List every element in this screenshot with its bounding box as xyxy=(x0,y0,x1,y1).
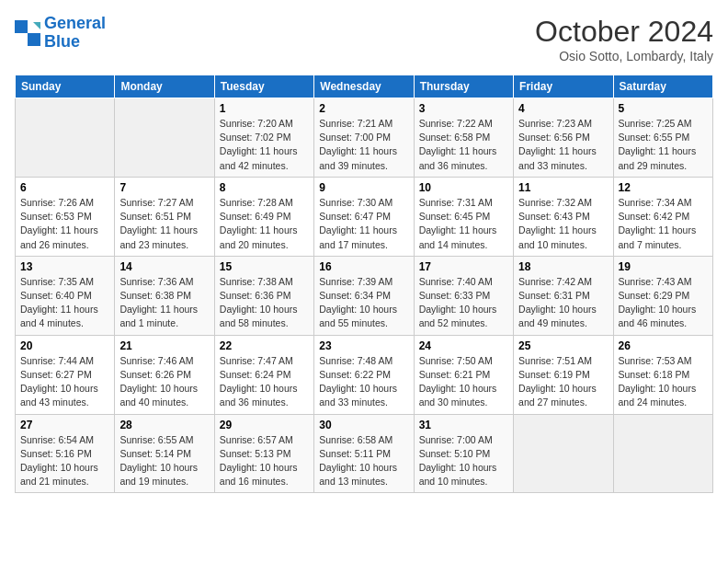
day-number: 24 xyxy=(419,339,508,352)
day-detail: Sunrise: 7:26 AM Sunset: 6:53 PM Dayligh… xyxy=(20,196,109,252)
day-number: 11 xyxy=(518,181,608,194)
day-number: 6 xyxy=(20,181,109,194)
logo-general: General xyxy=(44,14,106,32)
day-number: 3 xyxy=(419,102,508,115)
day-number: 22 xyxy=(220,339,309,352)
calendar-cell xyxy=(115,98,214,178)
day-number: 18 xyxy=(518,260,608,273)
calendar-cell: 31Sunrise: 7:00 AM Sunset: 5:10 PM Dayli… xyxy=(414,414,513,493)
calendar-cell: 23Sunrise: 7:48 AM Sunset: 6:22 PM Dayli… xyxy=(314,335,414,414)
calendar-cell: 29Sunrise: 6:57 AM Sunset: 5:13 PM Dayli… xyxy=(214,414,313,493)
logo-text: General Blue xyxy=(44,15,106,52)
calendar-cell: 9Sunrise: 7:30 AM Sunset: 6:47 PM Daylig… xyxy=(314,177,414,256)
calendar-week-1: 1Sunrise: 7:20 AM Sunset: 7:02 PM Daylig… xyxy=(16,98,713,178)
day-detail: Sunrise: 7:50 AM Sunset: 6:21 PM Dayligh… xyxy=(419,354,508,410)
calendar-cell: 15Sunrise: 7:38 AM Sunset: 6:36 PM Dayli… xyxy=(214,256,313,335)
calendar-week-4: 20Sunrise: 7:44 AM Sunset: 6:27 PM Dayli… xyxy=(16,335,713,414)
calendar-cell: 2Sunrise: 7:21 AM Sunset: 7:00 PM Daylig… xyxy=(314,98,414,178)
title-block: October 2024 Osio Sotto, Lombardy, Italy xyxy=(535,15,713,63)
location-subtitle: Osio Sotto, Lombardy, Italy xyxy=(535,49,713,63)
calendar-cell: 24Sunrise: 7:50 AM Sunset: 6:21 PM Dayli… xyxy=(414,335,513,414)
day-detail: Sunrise: 7:36 AM Sunset: 6:38 PM Dayligh… xyxy=(119,275,209,331)
day-detail: Sunrise: 7:34 AM Sunset: 6:42 PM Dayligh… xyxy=(619,196,708,252)
calendar-header-row: Sunday Monday Tuesday Wednesday Thursday… xyxy=(16,75,713,98)
calendar-week-5: 27Sunrise: 6:54 AM Sunset: 5:16 PM Dayli… xyxy=(16,414,713,493)
day-number: 13 xyxy=(20,260,109,273)
calendar-cell: 4Sunrise: 7:23 AM Sunset: 6:56 PM Daylig… xyxy=(514,98,613,178)
calendar-week-3: 13Sunrise: 7:35 AM Sunset: 6:40 PM Dayli… xyxy=(16,256,713,335)
day-number: 21 xyxy=(119,339,209,352)
day-number: 5 xyxy=(619,102,708,115)
col-tuesday: Tuesday xyxy=(214,75,313,98)
day-number: 29 xyxy=(220,419,309,431)
day-detail: Sunrise: 7:20 AM Sunset: 7:02 PM Dayligh… xyxy=(220,117,309,173)
day-detail: Sunrise: 7:39 AM Sunset: 6:34 PM Dayligh… xyxy=(319,275,408,331)
day-detail: Sunrise: 7:30 AM Sunset: 6:47 PM Dayligh… xyxy=(319,196,408,252)
day-number: 9 xyxy=(319,181,408,194)
calendar-cell: 19Sunrise: 7:43 AM Sunset: 6:29 PM Dayli… xyxy=(613,256,712,335)
calendar-cell: 25Sunrise: 7:51 AM Sunset: 6:19 PM Dayli… xyxy=(514,335,613,414)
calendar-cell: 5Sunrise: 7:25 AM Sunset: 6:55 PM Daylig… xyxy=(613,98,712,178)
day-number: 1 xyxy=(220,102,309,115)
svg-rect-3 xyxy=(28,33,40,46)
day-detail: Sunrise: 7:25 AM Sunset: 6:55 PM Dayligh… xyxy=(619,117,708,173)
calendar-cell: 17Sunrise: 7:40 AM Sunset: 6:33 PM Dayli… xyxy=(414,256,513,335)
logo: General Blue xyxy=(15,15,106,52)
col-monday: Monday xyxy=(115,75,214,98)
page-header: General Blue October 2024 Osio Sotto, Lo… xyxy=(15,15,713,63)
calendar-cell: 14Sunrise: 7:36 AM Sunset: 6:38 PM Dayli… xyxy=(115,256,214,335)
day-number: 17 xyxy=(419,260,508,273)
day-number: 26 xyxy=(619,339,708,352)
day-detail: Sunrise: 7:48 AM Sunset: 6:22 PM Dayligh… xyxy=(319,354,408,410)
day-detail: Sunrise: 6:54 AM Sunset: 5:16 PM Dayligh… xyxy=(20,433,109,489)
col-friday: Friday xyxy=(514,75,613,98)
day-detail: Sunrise: 7:27 AM Sunset: 6:51 PM Dayligh… xyxy=(119,196,209,252)
day-detail: Sunrise: 7:46 AM Sunset: 6:26 PM Dayligh… xyxy=(119,354,209,410)
day-number: 15 xyxy=(220,260,309,273)
day-detail: Sunrise: 7:22 AM Sunset: 6:58 PM Dayligh… xyxy=(419,117,508,173)
calendar-cell: 3Sunrise: 7:22 AM Sunset: 6:58 PM Daylig… xyxy=(414,98,513,178)
calendar-cell: 18Sunrise: 7:42 AM Sunset: 6:31 PM Dayli… xyxy=(514,256,613,335)
calendar-cell: 6Sunrise: 7:26 AM Sunset: 6:53 PM Daylig… xyxy=(16,177,115,256)
day-detail: Sunrise: 6:55 AM Sunset: 5:14 PM Dayligh… xyxy=(119,433,209,489)
day-number: 31 xyxy=(419,419,508,431)
calendar-cell xyxy=(514,414,613,493)
col-wednesday: Wednesday xyxy=(314,75,414,98)
calendar-cell: 10Sunrise: 7:31 AM Sunset: 6:45 PM Dayli… xyxy=(414,177,513,256)
logo-icon xyxy=(15,20,40,46)
day-detail: Sunrise: 7:42 AM Sunset: 6:31 PM Dayligh… xyxy=(518,275,608,331)
day-number: 30 xyxy=(319,419,408,431)
svg-rect-2 xyxy=(15,33,28,46)
col-thursday: Thursday xyxy=(414,75,513,98)
day-number: 12 xyxy=(619,181,708,194)
day-number: 23 xyxy=(319,339,408,352)
calendar-cell: 26Sunrise: 7:53 AM Sunset: 6:18 PM Dayli… xyxy=(613,335,712,414)
calendar-cell: 16Sunrise: 7:39 AM Sunset: 6:34 PM Dayli… xyxy=(314,256,414,335)
calendar-cell xyxy=(16,98,115,178)
day-number: 8 xyxy=(220,181,309,194)
calendar-cell: 13Sunrise: 7:35 AM Sunset: 6:40 PM Dayli… xyxy=(16,256,115,335)
day-detail: Sunrise: 7:28 AM Sunset: 6:49 PM Dayligh… xyxy=(220,196,309,252)
day-number: 16 xyxy=(319,260,408,273)
day-detail: Sunrise: 7:47 AM Sunset: 6:24 PM Dayligh… xyxy=(220,354,309,410)
month-title: October 2024 xyxy=(535,15,713,49)
day-detail: Sunrise: 7:35 AM Sunset: 6:40 PM Dayligh… xyxy=(20,275,109,331)
day-number: 2 xyxy=(319,102,408,115)
day-number: 10 xyxy=(419,181,508,194)
day-number: 20 xyxy=(20,339,109,352)
calendar-cell: 28Sunrise: 6:55 AM Sunset: 5:14 PM Dayli… xyxy=(115,414,214,493)
day-detail: Sunrise: 7:43 AM Sunset: 6:29 PM Dayligh… xyxy=(619,275,708,331)
logo-blue: Blue xyxy=(44,33,106,52)
day-detail: Sunrise: 7:00 AM Sunset: 5:10 PM Dayligh… xyxy=(419,433,508,489)
day-detail: Sunrise: 7:23 AM Sunset: 6:56 PM Dayligh… xyxy=(518,117,608,173)
day-number: 7 xyxy=(119,181,209,194)
day-number: 27 xyxy=(20,419,109,431)
day-detail: Sunrise: 7:38 AM Sunset: 6:36 PM Dayligh… xyxy=(220,275,309,331)
col-saturday: Saturday xyxy=(613,75,712,98)
day-number: 19 xyxy=(619,260,708,273)
day-number: 4 xyxy=(518,102,608,115)
day-detail: Sunrise: 7:51 AM Sunset: 6:19 PM Dayligh… xyxy=(518,354,608,410)
calendar-cell: 20Sunrise: 7:44 AM Sunset: 6:27 PM Dayli… xyxy=(16,335,115,414)
day-number: 28 xyxy=(119,419,209,431)
day-number: 14 xyxy=(119,260,209,273)
